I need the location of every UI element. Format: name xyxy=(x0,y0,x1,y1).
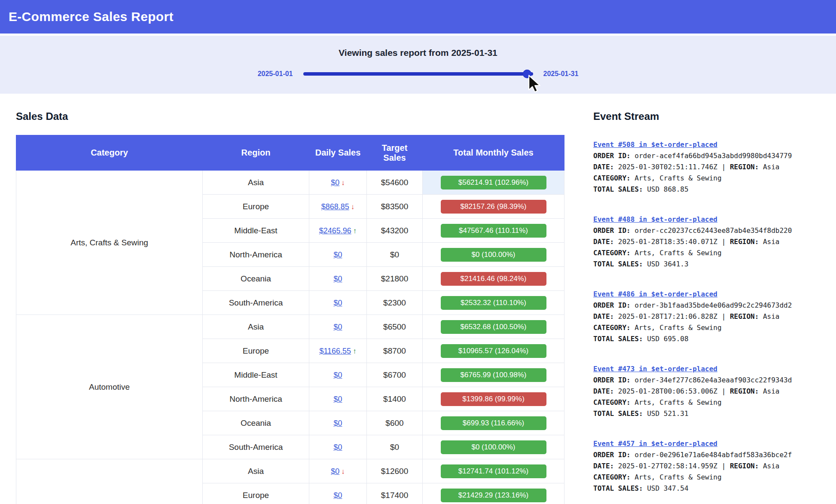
monthly-sales-cell: $21416.46 (98.24%) xyxy=(423,267,564,291)
target-sales-cell: $83500 xyxy=(367,195,423,219)
daily-sales-link[interactable]: $2465.96 xyxy=(319,226,351,235)
region-value: Asia xyxy=(759,312,779,321)
event-line: CATEGORY: Arts, Crafts & Sewing xyxy=(593,472,830,483)
monthly-sales-cell: $12741.74 (101.12%) xyxy=(423,459,564,483)
category-value: Arts, Crafts & Sewing xyxy=(631,324,722,332)
event-line: TOTAL SALES: USD 695.08 xyxy=(593,333,830,345)
target-sales-cell: $43200 xyxy=(367,219,423,243)
daily-sales-link[interactable]: $0 xyxy=(333,443,342,452)
target-sales-cell: $6700 xyxy=(367,363,423,387)
arrow-up-icon: ↑ xyxy=(353,227,357,235)
total-sales-value: USD 521.31 xyxy=(643,409,689,418)
target-sales-cell: $0 xyxy=(367,435,423,459)
event-link[interactable]: Event #473 in $et-order-placed xyxy=(593,363,717,375)
order-id-value: order-acef4fa66bd945a3abdd9980bd434779 xyxy=(631,152,792,160)
order-id-value: order-34ef277c862e4a3eaaf903cc22f9343d xyxy=(631,376,792,384)
daily-sales-link[interactable]: $868.85 xyxy=(321,202,349,211)
event-link[interactable]: Event #508 in $et-order-placed xyxy=(593,139,717,150)
main-content: Sales Data Category Region Daily Sales T… xyxy=(0,94,836,504)
event-line: TOTAL SALES: USD 347.54 xyxy=(593,483,830,494)
sales-section: Sales Data Category Region Daily Sales T… xyxy=(16,111,564,504)
event-line: ORDER ID: order-34ef277c862e4a3eaaf903cc… xyxy=(593,375,830,386)
event-entry: Event #508 in $et-order-placedORDER ID: … xyxy=(593,139,830,195)
total-sales-value: USD 347.54 xyxy=(643,484,689,492)
target-sales-cell: $54600 xyxy=(367,171,423,195)
date-value: 2025-01-27T02:58:14.959Z xyxy=(614,462,721,470)
date-slider[interactable] xyxy=(303,70,533,78)
daily-sales-link[interactable]: $0 xyxy=(331,467,339,476)
slider-max-label: 2025-01-31 xyxy=(543,70,579,78)
arrow-down-icon: ↓ xyxy=(341,467,345,476)
region-cell: Oceania xyxy=(203,411,309,435)
monthly-sales-cell: $21429.29 (123.16%) xyxy=(423,483,564,504)
region-cell: Middle-East xyxy=(203,219,309,243)
daily-sales-link[interactable]: $0 xyxy=(333,299,342,307)
event-line: DATE: 2025-01-28T00:06:53.006Z | REGION:… xyxy=(593,386,830,397)
date-value: 2025-01-28T00:06:53.006Z xyxy=(614,387,721,395)
region-label: REGION: xyxy=(730,238,759,246)
monthly-sales-badge: $47567.46 (110.11%) xyxy=(441,224,546,238)
sales-table: Category Region Daily Sales Target Sales… xyxy=(16,135,564,504)
category-cell xyxy=(16,459,203,504)
daily-sales-link[interactable]: $0 xyxy=(333,250,342,259)
total-sales-label: TOTAL SALES: xyxy=(593,335,643,343)
region-value: Asia xyxy=(759,462,779,470)
monthly-sales-badge: $12741.74 (101.12%) xyxy=(441,464,546,478)
event-line: CATEGORY: Arts, Crafts & Sewing xyxy=(593,322,830,333)
region-cell: Oceania xyxy=(203,267,309,291)
daily-sales-link[interactable]: $0 xyxy=(333,395,342,403)
arrow-up-icon: ↑ xyxy=(353,347,357,356)
event-link[interactable]: Event #457 in $et-order-placed xyxy=(593,438,717,449)
column-header-target-sales: Target Sales xyxy=(367,135,423,171)
monthly-sales-cell: $6532.68 (100.50%) xyxy=(423,315,564,339)
monthly-sales-badge: $2532.32 (110.10%) xyxy=(441,296,546,310)
target-sales-cell: $6500 xyxy=(367,315,423,339)
daily-sales-link[interactable]: $0 xyxy=(333,491,342,500)
daily-sales-cell: $0 xyxy=(309,291,367,315)
table-row: Arts, Crafts & SewingAsia$0↓$54600$56214… xyxy=(16,171,564,195)
region-cell: Europe xyxy=(203,339,309,363)
monthly-sales-badge: $699.93 (116.66%) xyxy=(441,416,546,430)
daily-sales-link[interactable]: $0 xyxy=(333,323,342,331)
monthly-sales-badge: $0 (100.00%) xyxy=(441,440,546,454)
column-header-daily-sales: Daily Sales xyxy=(309,135,367,171)
daily-sales-cell: $0 xyxy=(309,267,367,291)
category-label: CATEGORY: xyxy=(593,473,631,481)
event-list: Event #508 in $et-order-placedORDER ID: … xyxy=(593,139,830,494)
daily-sales-link[interactable]: $0 xyxy=(333,371,342,379)
total-sales-label: TOTAL SALES: xyxy=(593,260,643,268)
event-line: TOTAL SALES: USD 521.31 xyxy=(593,408,830,419)
date-label: DATE: xyxy=(593,312,614,321)
total-sales-value: USD 868.85 xyxy=(643,185,689,193)
slider-thumb[interactable] xyxy=(523,70,531,78)
slider-track[interactable] xyxy=(303,72,533,76)
daily-sales-cell: $0 xyxy=(309,363,367,387)
target-sales-cell: $12600 xyxy=(367,459,423,483)
daily-sales-link[interactable]: $1166.55 xyxy=(319,347,351,355)
monthly-sales-cell: $0 (100.00%) xyxy=(423,243,564,267)
event-line: CATEGORY: Arts, Crafts & Sewing xyxy=(593,173,830,184)
daily-sales-link[interactable]: $0 xyxy=(333,275,342,283)
event-line: DATE: 2025-01-28T17:21:06.828Z | REGION:… xyxy=(593,311,830,322)
monthly-sales-badge: $6532.68 (100.50%) xyxy=(441,320,546,334)
region-cell: South-America xyxy=(203,291,309,315)
order-id-label: ORDER ID: xyxy=(593,376,631,384)
daily-sales-link[interactable]: $0 xyxy=(333,419,342,428)
event-link[interactable]: Event #486 in $et-order-placed xyxy=(593,289,717,300)
target-sales-cell: $17400 xyxy=(367,483,423,504)
region-cell: North-America xyxy=(203,387,309,411)
daily-sales-cell: $1166.55↑ xyxy=(309,339,367,363)
region-label: REGION: xyxy=(730,387,759,395)
order-id-value: order-0e2961e71a6e484abfadf583a36bce2f xyxy=(631,451,792,459)
event-link[interactable]: Event #488 in $et-order-placed xyxy=(593,214,717,225)
separator: | xyxy=(722,387,730,395)
region-cell: Asia xyxy=(203,315,309,339)
total-sales-value: USD 3641.3 xyxy=(643,260,689,268)
separator: | xyxy=(722,312,730,321)
daily-sales-link[interactable]: $0 xyxy=(331,178,339,187)
total-sales-label: TOTAL SALES: xyxy=(593,185,643,193)
event-line: DATE: 2025-01-27T02:58:14.959Z | REGION:… xyxy=(593,461,830,472)
table-row: AutomotiveAsia$0$6500$6532.68 (100.50%) xyxy=(16,315,564,339)
region-cell: Asia xyxy=(203,171,309,195)
region-cell: South-America xyxy=(203,435,309,459)
